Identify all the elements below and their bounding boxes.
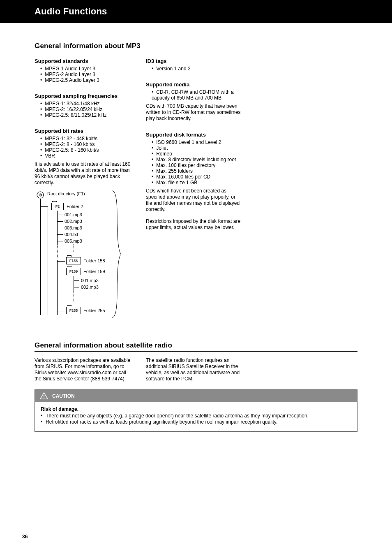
supported-title: Supported standards <box>35 58 131 64</box>
folder-label: Folder 2 <box>67 204 83 209</box>
list-item: Romeo <box>152 151 242 157</box>
bitrates-title: Supported bit rates <box>35 128 131 134</box>
tree-line <box>57 311 65 311</box>
tree-line <box>57 241 63 241</box>
list-item: MPEG-2.5: 8 - 160 kbit/s <box>40 147 131 153</box>
list-item: MPEG-2.5 Audio Layer 3 <box>40 77 131 83</box>
page-content: General information about MP3 Supported … <box>0 42 392 432</box>
list-item: VBR <box>40 153 131 159</box>
folder-tab <box>67 255 71 257</box>
caution-title: CAUTION <box>52 393 75 399</box>
folder-tab <box>67 305 71 306</box>
tree-line <box>57 221 63 222</box>
media-note: CDs with 700 MB capacity that have been … <box>146 103 242 122</box>
folder-label: Folder 158 <box>83 258 105 263</box>
tree-dots <box>57 244 58 259</box>
col-right <box>257 58 357 325</box>
folder-tab <box>52 201 57 202</box>
tree-line <box>74 276 74 292</box>
file-label: 001.mp3 <box>81 278 99 283</box>
sampling-title: Supported sampling frequencies <box>35 93 131 99</box>
folder-tab <box>67 266 71 267</box>
list-item: MPEG-2 Audio Layer 3 <box>40 72 131 77</box>
folder-box: F255 <box>66 307 81 314</box>
tree-dots <box>48 243 48 259</box>
media-title: Supported media <box>146 81 242 88</box>
formats-note2: Restrictions imposed by the disk format … <box>146 218 242 231</box>
svg-point-4 <box>44 398 44 398</box>
section1-rule <box>35 52 357 52</box>
col-mid: ID3 tags Version 1 and 2 Supported media… <box>146 58 242 325</box>
folder-label: Folder 159 <box>83 269 105 274</box>
file-label: 002.mp3 <box>81 285 99 290</box>
caution-header: CAUTION <box>35 390 357 402</box>
file-label: 005.mp3 <box>65 239 82 243</box>
section1-heading: General information about MP3 <box>35 42 357 50</box>
tree-line <box>57 215 63 215</box>
tree-line <box>48 206 48 315</box>
file-label: 001.mp3 <box>65 212 82 217</box>
tree-line <box>74 280 79 281</box>
list-item: Max. 8 directory levels including root <box>152 157 242 162</box>
section2-rule <box>35 351 357 352</box>
folder-label: Folder 255 <box>83 308 105 313</box>
disc-icon <box>37 191 44 199</box>
tree-line <box>57 234 63 235</box>
topbar-title: Audio Functions <box>0 6 107 17</box>
list-item: CD-R, CD-RW and CD-ROM with a capacity o… <box>152 89 242 101</box>
sat-p1-col: Various subscription packages are availa… <box>35 357 131 382</box>
sampling-list: MPEG-1: 32/44.1/48 kHz MPEG-2: 16/22.05/… <box>35 101 131 118</box>
col-left: Supported standards MPEG-1 Audio Layer 3… <box>35 58 131 325</box>
folder-box: F158 <box>66 257 81 264</box>
supported-list: MPEG-1 Audio Layer 3 MPEG-2 Audio Layer … <box>35 66 131 83</box>
root-label: Root directory (F1) <box>47 191 85 196</box>
list-item: MPEG-2: 8 - 160 kbit/s <box>40 141 131 147</box>
formats-list: ISO 9660 Level 1 and Level 2 Joliet Rome… <box>146 139 242 185</box>
file-label: 004.txt <box>65 232 78 237</box>
list-item: MPEG-1: 32 - 448 kbit/s <box>40 136 131 141</box>
id3-title: ID3 tags <box>146 58 242 64</box>
page-number: 36 <box>22 534 28 540</box>
list-item: MPEG-1 Audio Layer 3 <box>40 66 131 72</box>
warning-icon <box>40 392 48 400</box>
bitrates-list: MPEG-1: 32 - 448 kbit/s MPEG-2: 8 - 160 … <box>35 136 131 159</box>
list-item: MPEG-1: 32/44.1/48 kHz <box>40 101 131 107</box>
list-item: Max. file size 1 GB <box>152 180 242 185</box>
list-item: Max. 255 folders <box>152 168 242 174</box>
formats-note1: CDs which have not been created as speci… <box>146 188 242 213</box>
list-item: Joliet <box>152 145 242 151</box>
brace-icon <box>111 190 122 318</box>
tree-line <box>74 287 79 287</box>
list-item: MPEG-2.5: 8/11.025/12 kHz <box>40 112 131 118</box>
tree-dots <box>40 243 41 259</box>
sat-p2: The satellite radio function requires an… <box>146 357 242 382</box>
caution-label: Risk of damage. <box>41 406 351 413</box>
media-list: CD-R, CD-RW and CD-ROM with a capacity o… <box>146 89 242 101</box>
caution-item: Retrofitted roof racks as well as loads … <box>41 419 351 426</box>
file-label: 003.mp3 <box>65 225 82 230</box>
caution-box: CAUTION Risk of damage. There must not b… <box>35 389 357 432</box>
list-item: Max. 16,000 files per CD <box>152 174 242 180</box>
tree-line <box>57 228 63 228</box>
tree-line <box>57 261 65 262</box>
folder-box: F159 <box>66 268 81 275</box>
id3-list: Version 1 and 2 <box>146 66 242 72</box>
formats-title: Supported disk formats <box>146 132 242 138</box>
tree-line <box>57 211 58 244</box>
sat-spacer <box>257 357 357 382</box>
caution-item: There must not be any objects (e.g. a ga… <box>41 413 351 419</box>
list-item: Max. 100 files per directory <box>152 162 242 168</box>
list-item: MPEG-2: 16/22.05/24 kHz <box>40 107 131 112</box>
sat-p2-col: The satellite radio function requires an… <box>146 357 242 382</box>
caution-body: Risk of damage. There must not be any ob… <box>35 402 357 431</box>
list-item: Version 1 and 2 <box>152 66 242 72</box>
tree-dots <box>74 244 74 252</box>
topbar: Audio Functions <box>0 0 392 23</box>
file-label: 002.mp3 <box>65 219 82 224</box>
svg-point-2 <box>40 195 41 195</box>
tree-line <box>40 206 48 207</box>
list-item: ISO 9660 Level 1 and Level 2 <box>152 139 242 145</box>
tree-dots <box>57 294 58 307</box>
tree-line <box>57 272 65 272</box>
folder-box: F2 <box>51 203 64 210</box>
